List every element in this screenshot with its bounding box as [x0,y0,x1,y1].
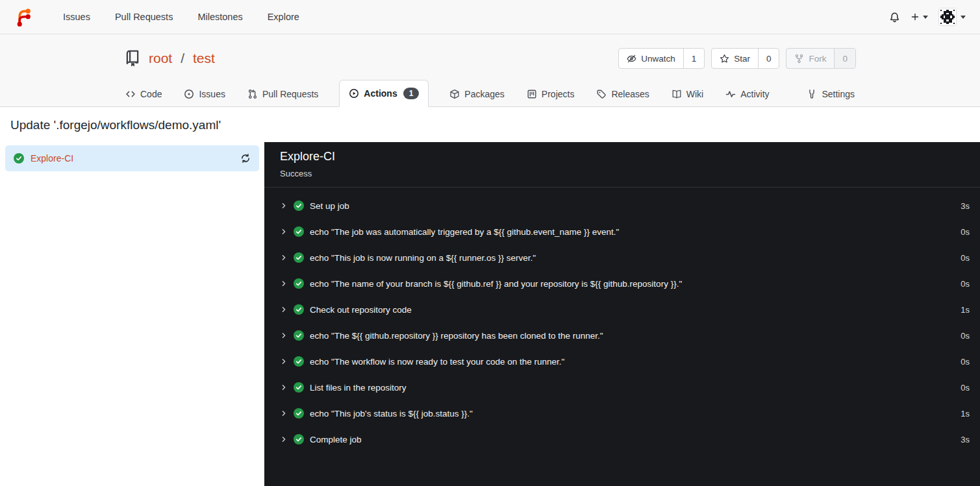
watch-button-group: Unwatch 1 [618,48,705,69]
chevron-right-icon [280,254,288,261]
chevron-right-icon [280,228,288,236]
job-item-explore-ci[interactable]: Explore-CI [5,145,259,171]
eye-slash-icon [627,54,636,64]
tab-label: Pull Requests [262,89,318,99]
step-row[interactable]: Set up job 3s [280,193,971,219]
nav-item-issues[interactable]: Issues [51,12,103,22]
tab-label: Activity [740,89,769,99]
chevron-down-icon [961,16,966,19]
chevron-right-icon [280,358,288,365]
check-circle-icon [14,153,24,164]
forks-count: 0 [834,49,855,68]
tab-label: Actions [364,88,397,99]
nav-item-explore[interactable]: Explore [255,12,312,22]
workflow-run-title: Update '.forgejo/workflows/demo.yaml' [0,107,980,142]
check-circle-icon [294,226,304,237]
forgejo-logo-icon[interactable] [14,7,34,27]
git-pull-request-icon [247,89,258,99]
package-icon [449,89,460,99]
rerun-job-button[interactable] [240,153,251,164]
step-duration: 0s [961,383,971,393]
unwatch-button[interactable]: Unwatch [619,49,683,68]
stars-count[interactable]: 0 [758,49,779,68]
tab-label: Code [140,89,162,99]
tools-icon [807,89,817,99]
step-name: Check out repository code [310,305,412,315]
tag-icon [596,89,607,99]
step-row[interactable]: echo "This job is now running on a ${{ r… [280,245,971,271]
notifications-button[interactable] [889,12,900,23]
user-menu-dropdown[interactable] [938,8,966,26]
chevron-right-icon [280,202,288,210]
user-avatar [938,8,957,26]
step-name: echo "The name of your branch is ${{ git… [310,279,682,289]
create-new-dropdown[interactable] [911,12,928,21]
tab-pull-requests[interactable]: Pull Requests [246,82,320,106]
job-log-panel: Explore-CI Success Set up job 3s echo "T… [264,142,980,486]
repo-name-link[interactable]: test [193,51,215,66]
star-icon [720,54,729,64]
tab-releases[interactable]: Releases [595,82,650,106]
plus-icon [911,12,920,21]
tab-label: Issues [199,89,225,99]
nav-item-milestones[interactable]: Milestones [185,12,255,22]
check-circle-icon [294,434,304,444]
nav-item-pull-requests[interactable]: Pull Requests [103,12,185,22]
repo-tabs: Code Issues Pull Requests Actions 1 Pack… [124,80,856,106]
check-circle-icon [294,304,304,315]
tab-label: Projects [542,89,575,99]
star-button[interactable]: Star [712,49,758,68]
step-name: echo "The job was automatically triggere… [310,227,619,237]
step-row[interactable]: echo "The name of your branch is ${{ git… [280,271,971,297]
repo-owner-link[interactable]: root [149,51,172,66]
step-duration: 1s [961,305,971,315]
step-duration: 0s [961,227,971,237]
tab-settings[interactable]: Settings [805,82,856,106]
watchers-count[interactable]: 1 [683,49,705,68]
chevron-right-icon [280,409,288,417]
git-fork-icon [794,54,804,64]
step-row[interactable]: echo "The workflow is now ready to test … [280,348,971,374]
bell-icon [889,12,900,23]
step-name: Complete job [310,435,362,444]
step-row[interactable]: echo "This job's status is ${{ job.statu… [280,400,971,426]
step-name: Set up job [310,201,349,211]
top-navbar: Issues Pull Requests Milestones Explore [0,0,980,34]
step-duration: 3s [961,435,971,444]
step-row[interactable]: Check out repository code 1s [280,297,971,322]
job-title: Explore-CI [280,150,964,164]
tab-packages[interactable]: Packages [448,82,505,106]
job-status-text: Success [280,169,964,178]
fork-button: Fork [786,49,834,68]
actions-run-view: Explore-CI Explore-CI Success Set up job… [0,142,980,486]
tab-projects[interactable]: Projects [525,82,576,106]
tab-label: Packages [464,89,504,99]
step-name: List files in the repository [310,383,407,393]
check-circle-icon [294,330,304,341]
project-board-icon [527,89,537,99]
job-steps-list: Set up job 3s echo "The job was automati… [264,188,980,452]
step-duration: 1s [961,409,971,419]
tab-code[interactable]: Code [124,82,163,106]
tab-actions[interactable]: Actions 1 [339,80,429,107]
check-circle-icon [294,382,304,393]
step-row[interactable]: echo "The ${{ github.repository }} repos… [280,322,971,348]
tab-wiki[interactable]: Wiki [670,82,705,106]
repo-header: root / test Unwatch 1 Star 0 [0,34,980,107]
actions-count-badge: 1 [403,88,420,99]
star-label: Star [734,54,750,64]
chevron-right-icon [280,332,288,339]
chevron-down-icon [923,16,928,19]
tab-issues[interactable]: Issues [182,82,226,106]
step-duration: 0s [961,253,971,263]
step-row[interactable]: echo "The job was automatically triggere… [280,219,971,245]
check-circle-icon [294,252,304,263]
check-circle-icon [294,200,304,211]
step-row[interactable]: Complete job 3s [280,426,971,452]
step-row[interactable]: List files in the repository 0s [280,374,971,400]
chevron-right-icon [280,435,288,443]
step-duration: 0s [961,357,971,367]
tab-label: Wiki [686,89,703,99]
chevron-right-icon [280,383,288,391]
tab-activity[interactable]: Activity [724,82,770,106]
